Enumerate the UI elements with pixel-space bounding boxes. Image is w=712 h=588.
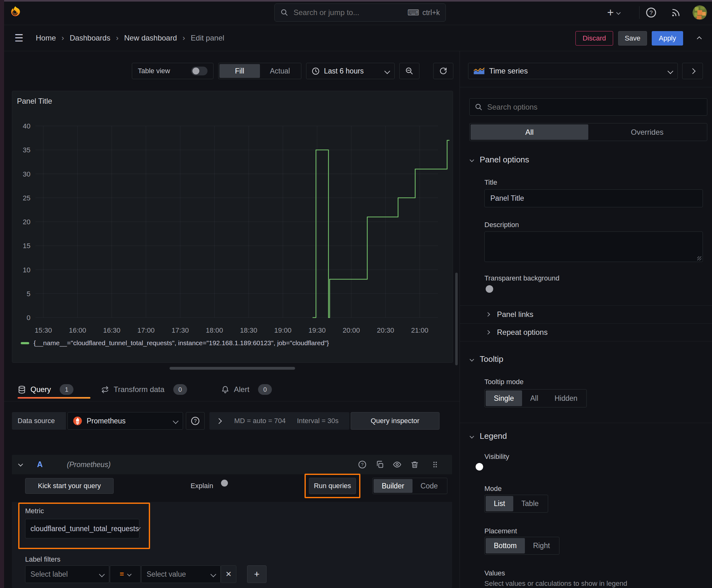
resize-handle-icon[interactable] bbox=[697, 256, 701, 260]
svg-text:20:30: 20:30 bbox=[377, 327, 394, 334]
collapse-query-icon[interactable] bbox=[18, 462, 23, 467]
legend-values-label: Values bbox=[484, 569, 505, 577]
topnav-divider bbox=[639, 6, 640, 19]
panel-options-header[interactable]: Panel options bbox=[470, 155, 529, 165]
query-options-box[interactable]: MD = auto = 704 Interval = 30s bbox=[209, 412, 349, 430]
breadcrumb-bar: ☰ Home › Dashboards › New dashboard › Ed… bbox=[0, 25, 712, 51]
chart-legend[interactable]: {__name__="cloudflared_tunnel_total_requ… bbox=[21, 339, 329, 347]
fill-option[interactable]: Fill bbox=[219, 64, 260, 78]
save-button[interactable]: Save bbox=[618, 31, 647, 45]
svg-text:35: 35 bbox=[23, 146, 30, 154]
tooltip-header[interactable]: Tooltip bbox=[470, 354, 503, 364]
news-rss-icon[interactable] bbox=[671, 7, 681, 18]
expand-options-icon[interactable] bbox=[216, 418, 222, 424]
panel-options-heading: Panel options bbox=[480, 155, 529, 165]
remove-filter-button[interactable]: ✕ bbox=[221, 565, 236, 583]
breadcrumb-dashboards[interactable]: Dashboards bbox=[70, 34, 110, 42]
tab-query-label: Query bbox=[30, 385, 51, 394]
tab-alert-label: Alert bbox=[234, 385, 249, 394]
section-divider bbox=[460, 341, 712, 341]
run-queries-label: Run queries bbox=[314, 482, 351, 490]
sidebar-divider bbox=[460, 87, 712, 87]
add-filter-button[interactable]: + bbox=[247, 565, 266, 583]
apply-button[interactable]: Apply bbox=[652, 31, 683, 45]
panel-description-input[interactable] bbox=[484, 231, 703, 262]
select-value-dropdown[interactable]: Select value bbox=[141, 565, 221, 583]
tab-alert[interactable]: Alert 0 bbox=[221, 381, 272, 398]
toggle-viz-pane-button[interactable] bbox=[682, 63, 703, 79]
grafana-logo-icon[interactable] bbox=[8, 5, 23, 19]
kick-start-label: Kick start your query bbox=[38, 482, 101, 490]
help-icon[interactable]: ? bbox=[645, 7, 657, 18]
user-avatar[interactable] bbox=[693, 5, 707, 20]
section-divider bbox=[460, 423, 712, 423]
tab-alert-count: 0 bbox=[258, 384, 272, 395]
datasource-picker[interactable]: Prometheus bbox=[67, 412, 183, 430]
code-option[interactable]: Code bbox=[412, 479, 446, 493]
vertical-scrollbar[interactable] bbox=[455, 273, 458, 365]
tab-query[interactable]: Query 1 bbox=[18, 381, 73, 398]
panel-links-section[interactable]: Panel links bbox=[460, 306, 712, 323]
delete-query-trash-icon[interactable] bbox=[410, 460, 419, 469]
tab-transform-data[interactable]: Transform data 0 bbox=[101, 381, 187, 398]
legend-mode-table[interactable]: Table bbox=[513, 496, 547, 511]
duplicate-query-icon[interactable] bbox=[375, 460, 384, 469]
svg-text:10: 10 bbox=[23, 266, 30, 274]
zoom-out-button[interactable] bbox=[399, 63, 419, 79]
discard-button[interactable]: Discard bbox=[576, 31, 613, 45]
toggle-visibility-eye-icon[interactable] bbox=[393, 460, 402, 469]
options-sidebar: Time series All Overrides Panel options … bbox=[459, 51, 712, 588]
run-queries-button[interactable]: Run queries bbox=[309, 478, 356, 494]
collapse-pane-icon[interactable] bbox=[697, 37, 702, 41]
time-range-label: Last 6 hours bbox=[324, 67, 381, 76]
tab-all[interactable]: All bbox=[471, 124, 588, 140]
drag-handle-icon[interactable] bbox=[431, 460, 439, 469]
search-input[interactable] bbox=[293, 8, 408, 17]
kick-start-button[interactable]: Kick start your query bbox=[25, 478, 114, 494]
plus-icon: + bbox=[254, 569, 260, 580]
hamburger-menu-icon[interactable]: ☰ bbox=[15, 32, 24, 44]
placement-right[interactable]: Right bbox=[525, 538, 558, 553]
legend-mode-list[interactable]: List bbox=[486, 496, 513, 511]
tooltip-mode-single[interactable]: Single bbox=[486, 391, 522, 406]
options-search-box[interactable] bbox=[469, 98, 707, 115]
interval-stat: Interval = 30s bbox=[297, 417, 339, 425]
metric-value: cloudflared_tunnel_total_requests bbox=[30, 525, 139, 533]
metric-select[interactable]: cloudflared_tunnel_total_requests bbox=[25, 519, 139, 538]
search-shortcut: ctrl+k bbox=[422, 8, 440, 17]
table-view-toggle[interactable] bbox=[191, 67, 208, 76]
options-search-input[interactable] bbox=[487, 102, 702, 112]
operator-value: = bbox=[120, 570, 124, 579]
add-menu[interactable]: + bbox=[607, 7, 620, 18]
panel-title-input[interactable] bbox=[484, 189, 703, 207]
breadcrumb-new-dashboard[interactable]: New dashboard bbox=[124, 34, 177, 42]
query-inspector-button[interactable]: Query inspector bbox=[351, 412, 439, 430]
query-ref-id[interactable]: A bbox=[37, 460, 43, 469]
prometheus-icon bbox=[73, 416, 82, 426]
table-label: Table bbox=[521, 499, 539, 508]
horizontal-drag-handle[interactable] bbox=[170, 367, 295, 370]
description-field-label: Description bbox=[484, 221, 519, 229]
builder-option[interactable]: Builder bbox=[373, 479, 412, 493]
select-label-dropdown[interactable]: Select label bbox=[25, 565, 109, 583]
repeat-options-section[interactable]: Repeat options bbox=[460, 323, 712, 341]
time-range-picker[interactable]: Last 6 hours bbox=[306, 63, 395, 79]
refresh-button[interactable] bbox=[433, 63, 453, 79]
global-search-box[interactable]: ⌨ ctrl+k bbox=[274, 3, 446, 22]
query-inspector-label: Query inspector bbox=[371, 417, 419, 425]
datasource-help-button[interactable]: ? bbox=[186, 412, 205, 430]
tooltip-mode-all[interactable]: All bbox=[522, 391, 546, 406]
tab-query-count: 1 bbox=[60, 384, 73, 395]
svg-text:18:00: 18:00 bbox=[206, 327, 223, 334]
tab-overrides[interactable]: Overrides bbox=[588, 124, 706, 140]
operator-dropdown[interactable]: = bbox=[110, 565, 141, 583]
actual-option[interactable]: Actual bbox=[260, 64, 300, 78]
panel: Panel Title 051015202530354015:3016:0016… bbox=[12, 91, 453, 363]
breadcrumb: Home › Dashboards › New dashboard › Edit… bbox=[36, 25, 224, 51]
tooltip-mode-hidden[interactable]: Hidden bbox=[546, 391, 586, 406]
visualization-picker[interactable]: Time series bbox=[468, 63, 678, 79]
placement-bottom[interactable]: Bottom bbox=[486, 538, 525, 553]
query-help-icon[interactable]: ? bbox=[358, 460, 367, 469]
legend-header[interactable]: Legend bbox=[470, 431, 507, 441]
breadcrumb-home[interactable]: Home bbox=[36, 34, 56, 42]
